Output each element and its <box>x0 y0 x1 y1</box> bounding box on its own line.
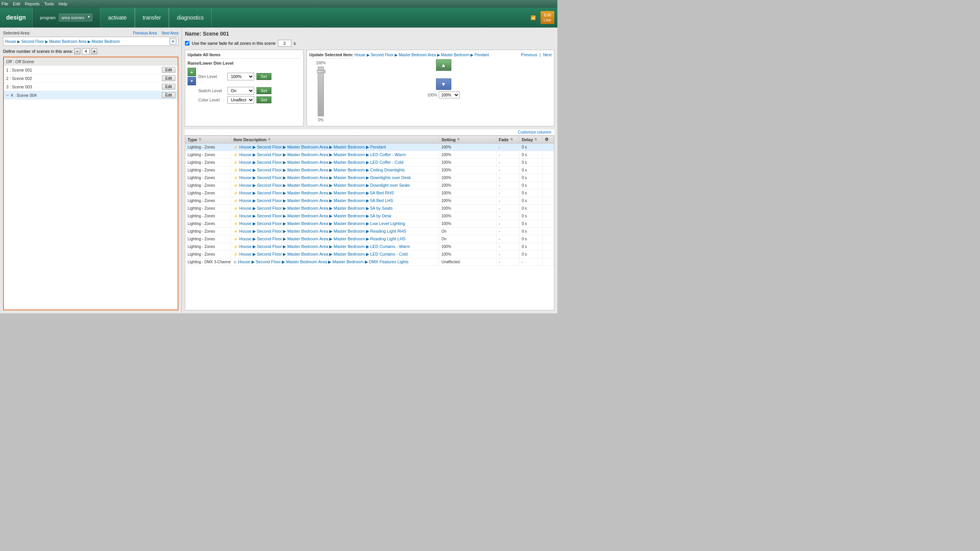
prev-item-link[interactable]: Previous <box>521 52 537 57</box>
table-row[interactable]: Lighting - Zones ⚡ House ▶ Second Floor … <box>185 159 554 166</box>
td-setting: 100% <box>439 174 497 181</box>
table-row[interactable]: Lighting - Zones ⚡ House ▶ Second Floor … <box>185 220 554 228</box>
selected-down-button[interactable]: ▼ <box>436 78 451 90</box>
area-navigation[interactable]: Previous Area Next Area <box>133 31 178 35</box>
scene-1-edit-button[interactable]: Edit <box>162 67 175 73</box>
th-delay[interactable]: Delay ⇅ <box>519 136 542 143</box>
decrement-scenes-button[interactable]: − <box>74 48 80 54</box>
tab-transfer[interactable]: transfer <box>135 8 169 28</box>
edit-live-button[interactable]: Edit Live <box>541 11 554 24</box>
td-actions <box>542 251 554 258</box>
td-fade: - <box>497 220 519 227</box>
prev-area-link[interactable]: Previous Area <box>133 31 157 35</box>
table-row[interactable]: Lighting - Zones ⚡ House ▶ Second Floor … <box>185 251 554 258</box>
tab-design[interactable]: design <box>0 8 33 28</box>
table-row[interactable]: Lighting - Zones ⚡ House ▶ Second Floor … <box>185 174 554 182</box>
table-row[interactable]: Lighting - Zones ⚡ House ▶ Second Floor … <box>185 189 554 197</box>
td-desc: ⚡ House ▶ Second Floor ▶ Master Bedroom … <box>231 189 439 197</box>
tab-diagnostics[interactable]: diagnostics <box>169 8 212 28</box>
slider-right-area: ▲ ▼ 100% 100% <box>335 59 552 124</box>
tab-activate[interactable]: activate <box>100 8 134 28</box>
td-fade: - <box>497 258 519 266</box>
th-type[interactable]: Type ⇅ <box>185 136 231 143</box>
menu-file[interactable]: File <box>2 2 8 6</box>
scene-name-header: Name: Scene 001 <box>185 31 554 37</box>
menu-reports[interactable]: Reports <box>25 2 40 6</box>
fade-checkbox[interactable] <box>185 41 189 46</box>
settings-icon: ⚙ <box>545 137 549 142</box>
selected-up-button[interactable]: ▲ <box>436 59 451 71</box>
scene-item-2[interactable]: 2 : Scene 002 Edit <box>4 74 178 83</box>
table-row[interactable]: Lighting - Zones ⚡ House ▶ Second Floor … <box>185 212 554 220</box>
td-delay: 0 s <box>519 143 542 151</box>
td-setting: 100% <box>439 197 497 204</box>
program-sub-select[interactable]: area scenes ▼ <box>59 14 93 21</box>
breadcrumb-bar: House ▶ Second Floor ▶ Master Bedroom Ar… <box>3 37 178 46</box>
th-description[interactable]: Item Description ⇅ <box>231 136 439 143</box>
menu-bar[interactable]: File Edit Reports Tools Help <box>2 2 67 6</box>
dim-level-select[interactable]: 100% <box>227 73 254 80</box>
color-level-set-button[interactable]: Set <box>256 96 271 103</box>
menu-help[interactable]: Help <box>59 2 67 6</box>
scene-4-edit-button[interactable]: Edit <box>162 92 175 98</box>
slider-handle[interactable] <box>317 70 325 73</box>
fade-label: Use the same fade for all zones in this … <box>192 41 276 46</box>
row-type-icon: ⚡ <box>234 253 238 256</box>
update-selected-header: Update Selected Item: House ▶ Second Flo… <box>309 52 552 57</box>
scene-item-1[interactable]: 1 : Scene 001 Edit <box>4 66 178 74</box>
scene-3-edit-button[interactable]: Edit <box>162 84 175 90</box>
customize-columns-link[interactable]: Customize columns <box>185 129 554 135</box>
td-delay: 0 s <box>519 197 542 204</box>
td-type: Lighting - Zones <box>185 228 231 235</box>
table-row[interactable]: Lighting - Zones ⚡ House ▶ Second Floor … <box>185 143 554 151</box>
td-actions <box>542 182 554 189</box>
next-item-link[interactable]: Next <box>543 52 552 57</box>
th-fade[interactable]: Fade ⇅ <box>497 136 519 143</box>
scene-count-value: 4 <box>82 48 90 54</box>
table-row[interactable]: Lighting - Zones ⚡ House ▶ Second Floor … <box>185 166 554 174</box>
scene-item-3[interactable]: 3 : Scene 003 Edit <box>4 83 178 91</box>
dim-up-button[interactable]: ▲ <box>188 68 196 76</box>
next-area-link[interactable]: Next Area <box>162 31 178 35</box>
increment-scenes-button[interactable]: + <box>91 48 97 54</box>
selected-percent-row: 100% 100% <box>427 91 460 98</box>
row-type-icon: ⚡ <box>234 237 238 241</box>
td-actions <box>542 189 554 197</box>
table-row[interactable]: Lighting - Zones ⚡ House ▶ Second Floor … <box>185 235 554 243</box>
td-setting: 100% <box>439 143 497 151</box>
td-delay: 0 s <box>519 235 542 243</box>
nav-right-area: 📶 Edit Live <box>531 8 557 28</box>
breadcrumb-dropdown[interactable]: ▼ <box>170 38 176 45</box>
scene-2-edit-button[interactable]: Edit <box>162 75 175 81</box>
td-delay: 0 s <box>519 251 542 258</box>
switch-level-select[interactable]: On <box>227 87 254 95</box>
td-actions <box>542 220 554 227</box>
data-table: Type ⇅ Item Description ⇅ Setting ⇅ Fade… <box>185 135 554 310</box>
menu-tools[interactable]: Tools <box>44 2 54 6</box>
scene-item-off[interactable]: Off : Off Scene <box>4 57 178 66</box>
sort-type-icon: ⇅ <box>199 138 201 141</box>
table-row[interactable]: Lighting - DMX 3-Channel ⊞ House ▶ Secon… <box>185 258 554 266</box>
color-level-select[interactable]: Unaffected <box>227 96 254 104</box>
td-setting: 100% <box>439 243 497 250</box>
selected-pct-select[interactable]: 100% <box>439 91 460 98</box>
dim-level-set-button[interactable]: Set <box>256 73 271 80</box>
switch-level-set-button[interactable]: Set <box>256 87 271 94</box>
switch-level-label: Switch Level <box>198 88 225 93</box>
table-row[interactable]: Lighting - Zones ⚡ House ▶ Second Floor … <box>185 228 554 235</box>
dim-down-button[interactable]: ▼ <box>188 77 196 85</box>
vertical-slider[interactable] <box>318 67 324 116</box>
table-row[interactable]: Lighting - Zones ⚡ House ▶ Second Floor … <box>185 205 554 212</box>
table-row[interactable]: Lighting - Zones ⚡ House ▶ Second Floor … <box>185 243 554 251</box>
td-type: Lighting - Zones <box>185 174 231 181</box>
fade-input[interactable] <box>278 40 291 47</box>
tab-program[interactable]: program area scenes ▼ <box>33 8 101 28</box>
table-row[interactable]: Lighting - Zones ⚡ House ▶ Second Floor … <box>185 197 554 205</box>
td-delay: 0 s <box>519 243 542 250</box>
raise-lower-title: Raise/Lower Dim Level <box>188 61 301 65</box>
th-setting[interactable]: Setting ⇅ <box>439 136 497 143</box>
table-row[interactable]: Lighting - Zones ⚡ House ▶ Second Floor … <box>185 182 554 189</box>
table-row[interactable]: Lighting - Zones ⚡ House ▶ Second Floor … <box>185 151 554 159</box>
menu-edit[interactable]: Edit <box>13 2 20 6</box>
scene-item-4[interactable]: ↩ 4 : Scene 004 Edit <box>4 91 178 99</box>
